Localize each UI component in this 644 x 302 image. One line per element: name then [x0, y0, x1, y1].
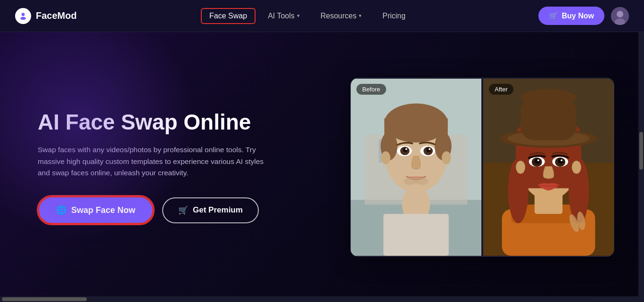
- nav-ai-tools[interactable]: AI Tools ▾: [259, 8, 308, 24]
- svg-point-51: [558, 158, 564, 164]
- hero-buttons: 🌐 Swap Face Now 🛒 Get Premium: [38, 196, 331, 224]
- svg-point-44: [516, 161, 526, 174]
- svg-point-43: [520, 89, 577, 106]
- svg-point-17: [381, 151, 391, 164]
- svg-point-26: [429, 148, 431, 150]
- nav-pricing[interactable]: Pricing: [374, 8, 414, 24]
- hero-right: Before: [350, 78, 614, 257]
- before-label: Before: [356, 84, 386, 95]
- svg-point-28: [415, 177, 429, 185]
- nav-links: Face Swap AI Tools ▾ Resources ▾ Pricing: [201, 8, 414, 24]
- after-panel: After: [483, 78, 614, 256]
- brand-name: FaceMod: [36, 10, 77, 21]
- after-image: [483, 78, 614, 256]
- svg-point-50: [535, 158, 540, 164]
- after-label: After: [489, 84, 513, 95]
- scrollbar-bottom-thumb[interactable]: [2, 297, 87, 301]
- vertical-scrollbar[interactable]: [638, 0, 644, 302]
- hero-description: Swap faces with any videos/photos by pro…: [38, 144, 273, 179]
- logo-area[interactable]: FaceMod: [15, 8, 77, 24]
- resources-chevron-icon: ▾: [359, 13, 362, 19]
- hero-title: AI Face Swap Online: [38, 110, 331, 135]
- svg-point-0: [22, 13, 25, 16]
- svg-rect-11: [384, 213, 449, 255]
- svg-rect-14: [385, 118, 448, 137]
- svg-point-52: [537, 159, 539, 161]
- get-premium-button[interactable]: 🛒 Get Premium: [162, 197, 259, 223]
- buy-now-button[interactable]: 🛒 Buy Now: [538, 7, 604, 25]
- swap-face-now-button[interactable]: 🌐 Swap Face Now: [38, 196, 154, 224]
- hero-section: AI Face Swap Online Swap faces with any …: [0, 32, 644, 302]
- svg-point-45: [572, 161, 581, 174]
- svg-point-1: [20, 16, 26, 20]
- before-panel: Before: [351, 78, 481, 256]
- svg-point-24: [427, 147, 431, 152]
- navbar: FaceMod Face Swap AI Tools ▾ Resources ▾…: [0, 0, 644, 32]
- nav-resources[interactable]: Resources ▾: [312, 8, 370, 24]
- svg-point-3: [617, 11, 623, 17]
- nav-face-swap[interactable]: Face Swap: [201, 8, 256, 24]
- horizontal-scrollbar[interactable]: [0, 296, 638, 302]
- user-avatar[interactable]: [611, 7, 629, 25]
- nav-right: 🛒 Buy Now: [538, 7, 629, 25]
- scrollbar-thumb[interactable]: [639, 132, 643, 170]
- globe-icon: 🌐: [56, 205, 66, 215]
- ai-tools-chevron-icon: ▾: [297, 13, 300, 19]
- svg-point-53: [561, 159, 563, 161]
- svg-point-25: [405, 148, 407, 150]
- svg-point-23: [403, 147, 408, 152]
- hero-left: AI Face Swap Online Swap faces with any …: [38, 110, 350, 224]
- cart-icon: 🛒: [549, 11, 558, 20]
- before-image: [351, 78, 481, 256]
- svg-point-18: [442, 151, 451, 164]
- cart-icon-2: 🛒: [178, 205, 188, 215]
- logo-icon: [15, 8, 31, 24]
- before-after-container: Before: [350, 78, 614, 257]
- svg-point-27: [404, 177, 417, 185]
